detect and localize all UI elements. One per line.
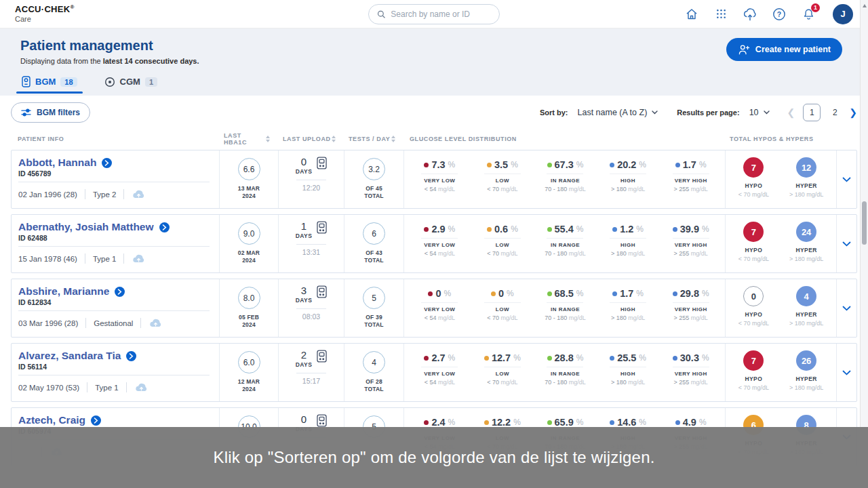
page-scrollbar[interactable] [860,0,868,488]
sort-arrows-icon[interactable] [266,136,272,142]
patient-name-link[interactable]: Abbott, Hannah [18,157,96,169]
scrollbar-thumb[interactable] [862,201,867,245]
sort-by-dropdown[interactable]: Last name (A to Z) [573,105,662,120]
meter-icon [317,285,327,301]
very-high-dot-icon [675,163,680,167]
dist-very-low: 7.3%VERY LOW< 54 mg/dL [408,159,471,208]
patient-name-link[interactable]: Abshire, Marianne [18,285,109,298]
high-dot-icon [612,291,617,296]
upload-days-label: DAYS [296,232,312,239]
next-page-icon[interactable]: ❯ [849,107,857,118]
page-2-button[interactable]: 2 [829,108,841,117]
high-dot-icon [610,420,614,425]
dist-very-high: 39.9%VERY HIGH> 255 mg/dL [659,224,722,272]
bgm-filters-button[interactable]: BGM filters [11,102,90,123]
upload-cloud-icon [132,188,146,200]
dist-in-range: 55.4%IN RANGE70 - 180 mg/dL [534,224,597,272]
upload-time: 13:31 [302,248,320,256]
hba1c-date: 13 MAR 2024 [233,185,265,200]
tab-cgm[interactable]: CGM 1 [99,72,163,94]
open-patient-icon[interactable] [102,158,112,168]
table-row: Abernathy, Josiah Matthew ID 62488 15 Ja… [11,214,857,273]
dist-very-high: 1.7%VERY HIGH> 255 mg/dL [659,159,722,208]
hyper-count: 26 [796,350,816,371]
expand-row-icon[interactable] [842,306,851,311]
hba1c-date: 12 MAR 2024 [233,378,265,393]
patient-name-link[interactable]: Aztech, Craig [18,414,85,426]
scrollbar-up-arrow-icon[interactable] [863,4,867,7]
patient-table-panel: BGM filters Sort by: Last name (A to Z) … [0,96,868,466]
avatar[interactable]: J [833,4,853,24]
col-last-hba1c: LAST HBA1C [218,132,277,146]
very-high-dot-icon [673,356,677,361]
results-per-page-dropdown[interactable]: 10 [745,105,774,120]
patient-id: ID 612834 [18,298,211,306]
upload-days-value: 1 [296,221,312,232]
tab-bgm-count: 18 [60,77,77,87]
tab-bgm[interactable]: BGM 18 [16,72,83,94]
dist-low: 0.6%LOW< 70 mg/dL [471,224,534,272]
brand-name: ACCU·CHEK [15,4,70,14]
tests-per-day-value: 3.2 [363,158,385,180]
page-1-button[interactable]: 1 [803,104,821,121]
upload-cloud-icon [149,317,163,329]
patient-dob: 03 Mar 1996 (28) [18,319,78,327]
col-total-hypos-hypers: TOTAL HYPOS & HYPERS [724,136,835,142]
open-patient-icon[interactable] [91,415,101,426]
search-input[interactable] [391,9,491,19]
patient-name-link[interactable]: Abernathy, Josiah Matthew [18,221,154,233]
expand-row-icon[interactable] [842,177,851,182]
help-icon[interactable]: ? [772,7,787,22]
expand-row-icon[interactable] [842,241,851,247]
sort-arrows-icon[interactable] [332,136,338,142]
dist-in-range: 67.3%IN RANGE70 - 180 mg/dL [534,159,597,208]
open-patient-icon[interactable] [126,351,136,361]
patient-diabetes-type: Type 1 [93,255,117,263]
hyper-count: 12 [796,157,816,178]
table-header-row: PATIENT INFO LAST HBA1C LAST UPLOAD TEST… [11,127,857,150]
cgm-sensor-icon [104,77,115,87]
upload-cloud-icon [132,253,146,264]
in-range-dot-icon [547,420,552,425]
tab-cgm-count: 1 [145,77,157,87]
tests-total: OF 39 TOTAL [358,314,391,329]
patient-diabetes-type: Type 2 [93,190,117,199]
patient-name-link[interactable]: Alvarez, Sandara Tia [18,350,121,362]
upload-days-label: DAYS [296,168,312,175]
col-patient-info: PATIENT INFO [11,136,218,142]
high-dot-icon [612,227,617,232]
meter-icon [317,157,327,172]
apps-grid-icon[interactable] [713,7,728,22]
open-patient-icon[interactable] [115,287,125,297]
expand-row-icon[interactable] [842,370,851,375]
very-low-dot-icon [424,163,429,167]
hypo-count: 7 [743,222,764,242]
sort-arrows-icon[interactable] [391,136,397,142]
filter-sliders-icon [21,108,31,117]
hba1c-value: 6.0 [238,351,260,373]
dist-high: 1.7%HIGH> 180 mg/dL [597,288,660,337]
tab-cgm-label: CGM [120,77,140,87]
tests-total: OF 45 TOTAL [358,185,391,200]
dist-very-high: 29.8%VERY HIGH> 255 mg/dL [659,288,722,337]
hypo-count: 7 [743,350,764,371]
chevron-down-icon [764,110,770,115]
chevron-down-icon [652,110,658,115]
page-title: Patient management [20,38,199,54]
upload-days-value: 3 [296,285,312,297]
very-low-dot-icon [428,291,433,296]
very-high-dot-icon [673,291,677,296]
patient-dob: 15 Jan 1978 (46) [18,255,77,263]
notifications-bell-icon[interactable]: 1 [801,7,816,22]
open-patient-icon[interactable] [159,222,170,232]
create-new-patient-button[interactable]: Create new patient [726,38,842,61]
dist-high: 1.2%HIGH> 180 mg/dL [597,224,660,272]
cloud-upload-icon[interactable] [743,7,757,22]
very-low-dot-icon [424,227,429,232]
home-icon[interactable] [684,7,699,22]
prev-page-icon[interactable]: ❮ [787,107,795,118]
search-box[interactable] [368,4,500,24]
dist-in-range: 28.8%IN RANGE70 - 180 mg/dL [534,352,597,401]
tests-per-day-value: 6 [363,222,385,245]
low-dot-icon [487,227,492,232]
